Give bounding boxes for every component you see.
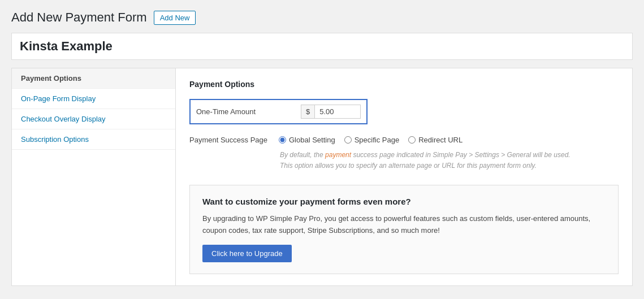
- radio-specific-page[interactable]: Specific Page: [344, 136, 400, 144]
- radio-group: Global Setting Specific Page Redirect UR…: [279, 136, 463, 144]
- amount-label: One-Time Amount: [196, 107, 256, 116]
- add-new-button[interactable]: Add New: [154, 11, 196, 25]
- success-page-row: Payment Success Page Global Setting Spec…: [189, 136, 619, 144]
- radio-specific-page-label: Specific Page: [355, 136, 400, 144]
- sidebar-item-on-page-form-display[interactable]: On-Page Form Display: [12, 89, 175, 109]
- content-area: Payment Options One-Time Amount $ Paymen…: [176, 68, 632, 285]
- form-title-input[interactable]: [20, 39, 624, 54]
- amount-input-wrap: $: [301, 105, 361, 119]
- help-text-highlight: payment: [325, 151, 351, 159]
- upgrade-box: Want to customize your payment forms eve…: [189, 185, 619, 274]
- sidebar-item-payment-options: Payment Options: [12, 68, 175, 89]
- page-title: Add New Payment Form: [11, 10, 147, 25]
- sidebar-item-subscription-options[interactable]: Subscription Options: [12, 129, 175, 150]
- sidebar-item-checkout-overlay-display[interactable]: Checkout Overlay Display: [12, 109, 175, 129]
- sidebar: Payment Options On-Page Form Display Che…: [12, 68, 176, 285]
- radio-redirect-url-label: Redirect URL: [418, 136, 463, 144]
- help-text: By default, the payment success page ind…: [280, 150, 608, 171]
- amount-input[interactable]: [315, 105, 360, 118]
- currency-symbol: $: [301, 105, 315, 118]
- radio-global-setting-label: Global Setting: [289, 136, 335, 144]
- upgrade-title: Want to customize your payment forms eve…: [202, 197, 606, 206]
- amount-box: One-Time Amount $: [189, 99, 368, 124]
- section-title: Payment Options: [189, 80, 619, 89]
- success-page-label: Payment Success Page: [189, 136, 269, 144]
- upgrade-desc: By upgrading to WP Simple Pay Pro, you g…: [202, 213, 606, 237]
- main-layout: Payment Options On-Page Form Display Che…: [11, 68, 633, 286]
- radio-redirect-url[interactable]: Redirect URL: [408, 136, 463, 144]
- upgrade-button[interactable]: Click here to Upgrade: [202, 245, 292, 262]
- form-title-bar: [11, 33, 633, 60]
- radio-global-setting[interactable]: Global Setting: [279, 136, 335, 144]
